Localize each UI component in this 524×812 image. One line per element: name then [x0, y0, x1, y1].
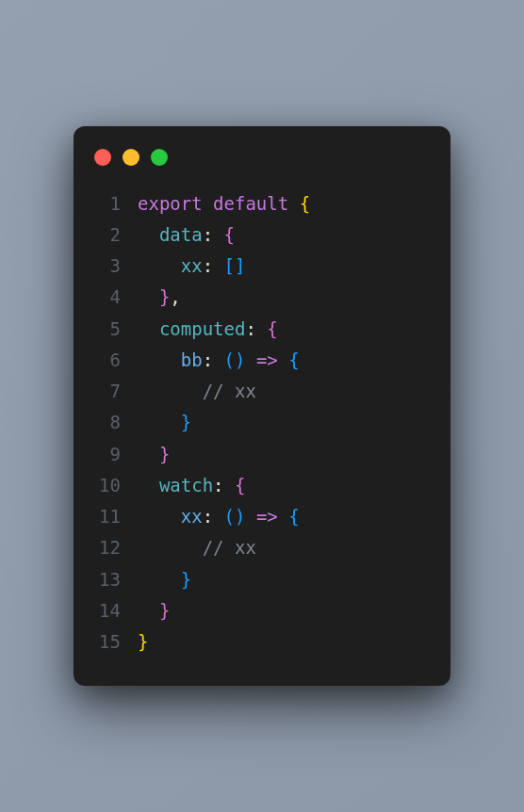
code-line: 11 xx: () => {	[94, 501, 430, 532]
token-punct	[138, 569, 181, 590]
line-content: xx: () => {	[138, 501, 430, 532]
token-punct	[278, 506, 288, 527]
close-icon[interactable]	[94, 149, 111, 166]
line-number: 3	[94, 251, 138, 282]
token-punct	[138, 286, 159, 307]
token-punct: :	[245, 318, 267, 339]
line-number: 6	[94, 345, 138, 376]
token-bracket-pink: }	[159, 600, 170, 621]
line-content: }	[138, 595, 430, 626]
line-number: 5	[94, 314, 138, 345]
token-punct	[138, 318, 159, 339]
token-kw-default: default	[213, 193, 288, 214]
window-titlebar	[94, 149, 430, 166]
line-content: // xx	[138, 376, 430, 407]
line-content: data: {	[138, 219, 430, 251]
token-punct: :	[213, 475, 235, 495]
token-bracket-blue: )	[235, 349, 245, 370]
code-line: 9 }	[94, 439, 430, 470]
token-punct	[138, 600, 159, 621]
line-number: 4	[94, 282, 138, 313]
code-line: 10 watch: {	[94, 470, 430, 501]
token-punct: :	[203, 349, 224, 370]
token-bracket-blue: {	[288, 506, 299, 527]
maximize-icon[interactable]	[151, 149, 168, 166]
token-punct	[138, 412, 181, 432]
token-punct: :	[203, 506, 224, 527]
token-punct	[138, 381, 203, 401]
token-prop: watch	[159, 475, 213, 495]
token-bracket-blue: ]	[235, 255, 245, 276]
token-bracket-pink: {	[267, 318, 277, 339]
code-line: 8 }	[94, 407, 430, 438]
token-bracket-yellow: {	[300, 193, 310, 214]
line-number: 12	[94, 532, 138, 563]
token-bracket-blue: (	[224, 506, 235, 527]
token-comment: // xx	[203, 381, 256, 401]
token-comment: // xx	[203, 537, 256, 558]
line-content: }	[138, 407, 430, 438]
line-number: 11	[94, 501, 138, 532]
code-line: 5 computed: {	[94, 314, 430, 345]
token-prop: xx	[181, 255, 203, 276]
token-punct: :	[203, 255, 224, 276]
line-number: 8	[94, 407, 138, 438]
line-number: 10	[94, 470, 138, 501]
code-line: 13 }	[94, 564, 430, 595]
token-prop: computed	[159, 318, 246, 339]
line-content: }	[138, 626, 430, 658]
token-punct	[138, 255, 181, 276]
line-content: bb: () => {	[138, 345, 430, 376]
token-punct	[138, 349, 181, 370]
code-window: 1export default {2 data: {3 xx: []4 },5 …	[74, 126, 450, 687]
token-bracket-pink: {	[224, 224, 235, 245]
token-bracket-blue: }	[181, 412, 191, 432]
code-line: 7 // xx	[94, 376, 430, 407]
line-number: 2	[94, 219, 138, 251]
token-bracket-blue: [	[224, 255, 235, 276]
code-line: 3 xx: []	[94, 251, 430, 282]
line-content: // xx	[138, 532, 430, 563]
token-kw-export: export	[138, 193, 203, 214]
token-punct	[138, 506, 181, 527]
code-line: 4 },	[94, 282, 430, 313]
line-number: 15	[94, 626, 138, 658]
token-punct: ,	[170, 286, 180, 307]
line-number: 14	[94, 595, 138, 626]
token-blue: bb	[181, 349, 203, 370]
token-bracket-yellow: }	[138, 631, 148, 652]
minimize-icon[interactable]	[123, 149, 139, 166]
token-punct	[203, 193, 213, 214]
token-bracket-pink: }	[159, 444, 170, 464]
token-punct	[138, 475, 159, 495]
token-punct	[138, 224, 159, 245]
code-line: 2 data: {	[94, 219, 430, 251]
token-arrow: =>	[256, 506, 278, 527]
line-content: computed: {	[138, 314, 430, 345]
token-bracket-blue: }	[181, 569, 191, 590]
token-punct	[245, 506, 255, 527]
code-line: 6 bb: () => {	[94, 345, 430, 376]
token-prop: data	[159, 224, 203, 245]
code-line: 14 }	[94, 595, 430, 626]
code-line: 15}	[94, 626, 430, 658]
token-punct	[138, 537, 203, 558]
line-content: }	[138, 439, 430, 470]
token-punct	[138, 444, 159, 464]
line-content: }	[138, 564, 430, 595]
line-number: 1	[94, 188, 138, 219]
token-punct	[278, 349, 288, 370]
code-area: 1export default {2 data: {3 xx: []4 },5 …	[94, 188, 430, 658]
line-content: xx: []	[138, 251, 430, 282]
token-bracket-blue: (	[224, 349, 235, 370]
token-bracket-blue: {	[288, 349, 299, 370]
token-bracket-pink: }	[159, 286, 170, 307]
token-punct: :	[203, 224, 224, 245]
token-punct	[288, 193, 299, 214]
token-bracket-pink: {	[235, 475, 245, 495]
line-number: 13	[94, 564, 138, 595]
code-line: 1export default {	[94, 188, 430, 219]
code-line: 12 // xx	[94, 532, 430, 563]
token-blue: xx	[181, 506, 203, 527]
line-number: 7	[94, 376, 138, 407]
